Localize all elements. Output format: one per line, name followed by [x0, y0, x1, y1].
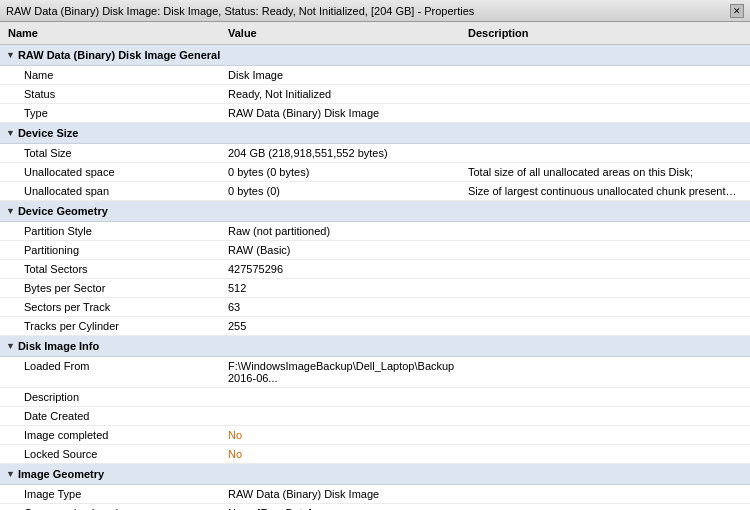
- prop-desc-disk-image-info-4: [464, 446, 746, 462]
- section-label-image-geometry: Image Geometry: [18, 468, 104, 480]
- section-label-device-size: Device Size: [18, 127, 79, 139]
- prop-name-image-geometry-1: Compression Level: [4, 505, 224, 510]
- prop-value-device-geometry-4: 63: [224, 299, 464, 315]
- prop-desc-image-geometry-0: [464, 486, 746, 502]
- section-header-disk-image-info[interactable]: ▼ Disk Image Info: [0, 336, 750, 357]
- properties-container: Name Value Description ▼ RAW Data (Binar…: [0, 22, 750, 510]
- table-row[interactable]: Date Created: [0, 407, 750, 426]
- prop-name-device-size-0: Total Size: [4, 145, 224, 161]
- prop-value-device-size-0: 204 GB (218,918,551,552 bytes): [224, 145, 464, 161]
- prop-value-disk-image-info-3: No: [224, 427, 464, 443]
- prop-name-device-size-1: Unallocated space: [4, 164, 224, 180]
- prop-value-device-geometry-5: 255: [224, 318, 464, 334]
- section-title-image-geometry: ▼ Image Geometry: [4, 466, 224, 482]
- table-row[interactable]: Locked SourceNo: [0, 445, 750, 464]
- table-row[interactable]: Partition StyleRaw (not partitioned): [0, 222, 750, 241]
- section-title-device-geometry: ▼ Device Geometry: [4, 203, 224, 219]
- prop-desc-image-geometry-1: [464, 505, 746, 510]
- close-button[interactable]: ✕: [730, 4, 744, 18]
- section-label-general: RAW Data (Binary) Disk Image General: [18, 49, 220, 61]
- prop-desc-general-0: [464, 67, 746, 83]
- table-row[interactable]: Image TypeRAW Data (Binary) Disk Image: [0, 485, 750, 504]
- prop-value-general-2: RAW Data (Binary) Disk Image: [224, 105, 464, 121]
- prop-value-device-size-1: 0 bytes (0 bytes): [224, 164, 464, 180]
- prop-desc-device-geometry-5: [464, 318, 746, 334]
- prop-desc-disk-image-info-0: [464, 358, 746, 386]
- prop-name-disk-image-info-1: Description: [4, 389, 224, 405]
- collapse-icon-device-geometry: ▼: [6, 206, 15, 216]
- table-row[interactable]: Bytes per Sector512: [0, 279, 750, 298]
- section-title-device-size: ▼ Device Size: [4, 125, 224, 141]
- prop-value-general-0: Disk Image: [224, 67, 464, 83]
- prop-value-disk-image-info-2: [224, 408, 464, 424]
- prop-name-disk-image-info-2: Date Created: [4, 408, 224, 424]
- section-header-device-size[interactable]: ▼ Device Size: [0, 123, 750, 144]
- collapse-icon-disk-image-info: ▼: [6, 341, 15, 351]
- prop-name-device-geometry-2: Total Sectors: [4, 261, 224, 277]
- prop-desc-device-geometry-3: [464, 280, 746, 296]
- prop-desc-disk-image-info-2: [464, 408, 746, 424]
- prop-desc-general-1: [464, 86, 746, 102]
- prop-name-general-1: Status: [4, 86, 224, 102]
- header-value: Value: [224, 25, 464, 41]
- table-row[interactable]: Loaded FromF:\WindowsImageBackup\Dell_La…: [0, 357, 750, 388]
- table-row[interactable]: StatusReady, Not Initialized: [0, 85, 750, 104]
- table-row[interactable]: Tracks per Cylinder255: [0, 317, 750, 336]
- prop-name-general-2: Type: [4, 105, 224, 121]
- prop-name-disk-image-info-0: Loaded From: [4, 358, 224, 386]
- prop-desc-device-size-0: [464, 145, 746, 161]
- prop-name-device-geometry-3: Bytes per Sector: [4, 280, 224, 296]
- prop-value-device-geometry-2: 427575296: [224, 261, 464, 277]
- prop-name-device-geometry-5: Tracks per Cylinder: [4, 318, 224, 334]
- prop-desc-device-geometry-4: [464, 299, 746, 315]
- prop-desc-device-size-1: Total size of all unallocated areas on t…: [464, 164, 746, 180]
- table-row[interactable]: TypeRAW Data (Binary) Disk Image: [0, 104, 750, 123]
- prop-desc-device-size-2: Size of largest continuous unallocated c…: [464, 183, 746, 199]
- table-row[interactable]: Unallocated space0 bytes (0 bytes)Total …: [0, 163, 750, 182]
- prop-value-disk-image-info-4: No: [224, 446, 464, 462]
- section-header-device-geometry[interactable]: ▼ Device Geometry: [0, 201, 750, 222]
- section-header-image-geometry[interactable]: ▼ Image Geometry: [0, 464, 750, 485]
- prop-value-general-1: Ready, Not Initialized: [224, 86, 464, 102]
- collapse-icon-image-geometry: ▼: [6, 469, 15, 479]
- table-row[interactable]: NameDisk Image: [0, 66, 750, 85]
- prop-desc-general-2: [464, 105, 746, 121]
- table-row[interactable]: Image completedNo: [0, 426, 750, 445]
- header-row: Name Value Description: [0, 22, 750, 45]
- section-title-general: ▼ RAW Data (Binary) Disk Image General: [4, 47, 224, 63]
- sections-container: ▼ RAW Data (Binary) Disk Image General N…: [0, 45, 750, 510]
- prop-value-disk-image-info-0: F:\WindowsImageBackup\Dell_Laptop\Backup…: [224, 358, 464, 386]
- prop-name-device-size-2: Unallocated span: [4, 183, 224, 199]
- section-label-device-geometry: Device Geometry: [18, 205, 108, 217]
- prop-name-image-geometry-0: Image Type: [4, 486, 224, 502]
- section-title-disk-image-info: ▼ Disk Image Info: [4, 338, 224, 354]
- prop-name-disk-image-info-3: Image completed: [4, 427, 224, 443]
- table-row[interactable]: Unallocated span0 bytes (0)Size of large…: [0, 182, 750, 201]
- prop-name-device-geometry-0: Partition Style: [4, 223, 224, 239]
- section-label-disk-image-info: Disk Image Info: [18, 340, 99, 352]
- prop-value-device-geometry-3: 512: [224, 280, 464, 296]
- table-row[interactable]: Sectors per Track63: [0, 298, 750, 317]
- prop-desc-disk-image-info-3: [464, 427, 746, 443]
- prop-desc-device-geometry-2: [464, 261, 746, 277]
- prop-desc-disk-image-info-1: [464, 389, 746, 405]
- prop-desc-device-geometry-0: [464, 223, 746, 239]
- prop-value-disk-image-info-1: [224, 389, 464, 405]
- section-header-general[interactable]: ▼ RAW Data (Binary) Disk Image General: [0, 45, 750, 66]
- collapse-icon-device-size: ▼: [6, 128, 15, 138]
- prop-value-image-geometry-1: None [Raw Data]: [224, 505, 464, 510]
- title-bar-text: RAW Data (Binary) Disk Image: Disk Image…: [6, 5, 474, 17]
- prop-value-device-geometry-0: Raw (not partitioned): [224, 223, 464, 239]
- prop-value-device-size-2: 0 bytes (0): [224, 183, 464, 199]
- table-row[interactable]: Description: [0, 388, 750, 407]
- prop-value-device-geometry-1: RAW (Basic): [224, 242, 464, 258]
- table-row[interactable]: PartitioningRAW (Basic): [0, 241, 750, 260]
- table-row[interactable]: Total Sectors427575296: [0, 260, 750, 279]
- table-row[interactable]: Total Size204 GB (218,918,551,552 bytes): [0, 144, 750, 163]
- title-bar: RAW Data (Binary) Disk Image: Disk Image…: [0, 0, 750, 22]
- header-description: Description: [464, 25, 746, 41]
- prop-name-device-geometry-1: Partitioning: [4, 242, 224, 258]
- table-row[interactable]: Compression LevelNone [Raw Data]: [0, 504, 750, 510]
- prop-desc-device-geometry-1: [464, 242, 746, 258]
- collapse-icon-general: ▼: [6, 50, 15, 60]
